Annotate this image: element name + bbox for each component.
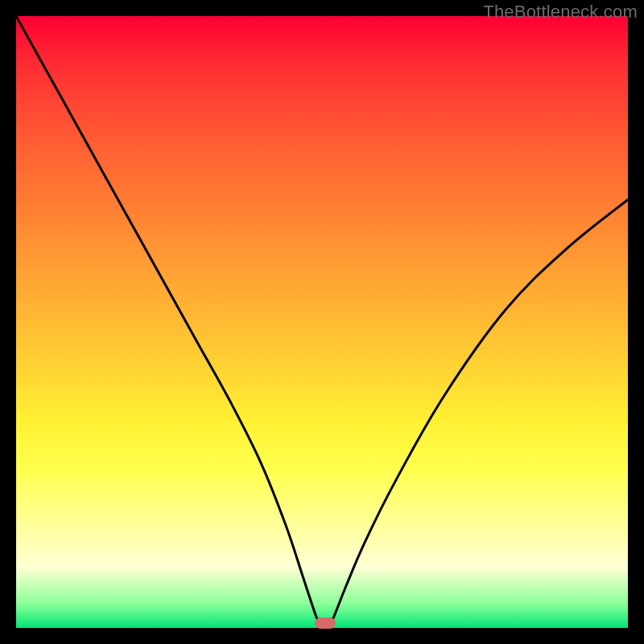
chart-frame: TheBottleneck.com — [0, 0, 644, 644]
minimum-marker — [315, 617, 336, 629]
plot-area — [16, 16, 628, 628]
bottleneck-curve — [16, 16, 628, 628]
watermark-text: TheBottleneck.com — [483, 2, 638, 23]
